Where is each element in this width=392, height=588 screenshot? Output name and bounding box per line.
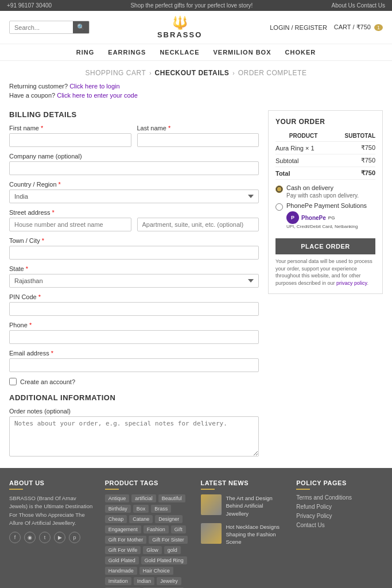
street-input-2[interactable] [137,218,259,231]
product-tag[interactable]: Box [133,505,149,513]
product-tag[interactable]: Antique [105,494,130,502]
news-thumb-1 [201,494,222,515]
news-text-2: Hot Necklace Designs Shaping the Fashion… [226,523,288,546]
state-select[interactable]: Rajasthan [9,274,259,288]
search-input[interactable] [10,22,73,33]
cod-sub: Pay with cash upon delivery. [286,192,359,199]
street-input-1[interactable] [9,218,131,231]
pinterest-icon[interactable]: p [69,532,80,543]
product-tag[interactable]: artificial [131,494,156,502]
cod-option: Cash on delivery Pay with cash upon deli… [275,184,375,199]
news-link-2[interactable]: Hot Necklace Designs Shaping the Fashion… [226,524,280,546]
youtube-icon[interactable]: ▶ [54,532,65,543]
main-nav: RING EARRINGS NECKLACE VERMILION BOX CHO… [0,44,392,61]
product-tag[interactable]: Gift For Wife [105,546,141,554]
product-tag[interactable]: Beautiful [158,494,185,502]
order-notes-group: Order notes (optional) [9,408,259,457]
order-summary: YOUR ORDER PRODUCT SUBTOTAL Aura Ring × … [268,110,383,457]
breadcrumb-step-complete[interactable]: ORDER COMPLETE [238,69,307,77]
nav-ring[interactable]: RING [76,49,95,56]
country-select[interactable]: India [9,189,259,203]
about-title: ABOUT US [9,479,96,490]
phone-label: Phone * [9,322,259,328]
nav-necklace[interactable]: NECKLACE [160,49,199,56]
first-name-group: First name * [9,125,131,147]
product-tag[interactable]: Catane [129,515,153,523]
product-tag[interactable]: Gift For Sister [149,536,188,544]
order-notes-textarea[interactable] [9,416,259,457]
pin-group: PIN Code * [9,293,259,316]
logo: 🔱 SBRASSO [157,16,202,39]
cod-label: Cash on delivery [286,184,359,191]
policy-link[interactable]: Terms and Conditions [296,494,383,501]
product-tag[interactable]: Gold Plated [105,556,139,564]
phonepe-option: PhonePe Payment Solutions P PhonePe PG U… [275,202,375,229]
nav-choker[interactable]: CHOKER [285,49,316,56]
about-text: SBRASSO (Brand Of Arnav Jewels) is the U… [9,494,96,527]
footer-about-col: ABOUT US SBRASSO (Brand Of Arnav Jewels)… [9,479,96,588]
product-tag[interactable]: gold [164,546,181,554]
product-tag[interactable]: Gift For Mother [105,536,147,544]
order-item-row: Aura Ring × 1 ₹750 [275,142,375,154]
about-us-link[interactable]: About Us [332,2,355,9]
cod-radio[interactable] [275,185,283,193]
breadcrumb-step-cart[interactable]: SHOPPING CART [86,69,146,77]
email-group: Email address * [9,350,259,372]
pin-input[interactable] [9,302,259,316]
product-tag[interactable]: Gold Plated Ring [141,556,187,564]
subtotal-value: ₹750 [331,154,375,167]
policy-link[interactable]: Refund Policy [296,504,383,510]
privacy-link[interactable]: privacy policy [336,280,367,286]
place-order-button[interactable]: PLACE ORDER [275,238,375,254]
policy-link[interactable]: Privacy Policy [296,513,383,519]
facebook-icon[interactable]: f [9,532,21,543]
last-name-input[interactable] [137,133,259,147]
product-tag[interactable]: Designer [155,515,183,523]
town-input[interactable] [9,246,259,260]
create-account-checkbox[interactable] [9,378,17,385]
product-tag[interactable]: Fashion [143,525,169,533]
product-tag[interactable]: Brass [151,505,171,513]
cart-link[interactable]: CART / ₹750 1 [334,24,383,31]
twitter-icon[interactable]: t [39,532,51,543]
col-subtotal: SUBTOTAL [331,130,375,142]
login-link[interactable]: Click here to login [69,83,119,90]
phone-input[interactable] [9,330,259,344]
last-name-group: Last name * [137,125,259,147]
total-value: ₹750 [331,167,375,180]
instagram-icon[interactable]: ◉ [24,532,36,543]
nav-earrings[interactable]: EARRINGS [108,49,146,56]
product-tag[interactable]: Gift [171,525,186,533]
tag-cloud: AntiqueartificialBeautifulBirthdayBoxBra… [105,494,192,588]
product-tag[interactable]: Imitation [105,577,131,585]
col-product: PRODUCT [275,130,331,142]
product-tag[interactable]: Hair Choice [139,567,173,575]
contact-us-link[interactable]: Contact Us [357,2,385,9]
nav-vermilion-box[interactable]: VERMILION BOX [214,49,271,56]
policy-title: POLICY PAGES [296,479,383,490]
phonepe-brand: PhonePe [301,215,326,221]
coupon-link[interactable]: Click here to enter your code [57,92,138,99]
policy-link[interactable]: Contact Us [296,522,383,528]
breadcrumb-step-checkout: CHECKOUT DETAILS [155,69,230,77]
login-register-link[interactable]: LOGIN / REGISTER [270,24,327,31]
product-tag[interactable]: Indian [134,577,155,585]
product-tag[interactable]: Engagement [105,525,141,533]
email-input[interactable] [9,358,259,372]
product-tag[interactable]: Cheap [105,515,127,523]
company-input[interactable] [9,161,259,175]
product-tag[interactable]: Glow [143,546,162,554]
returning-customer-msg: Returning customer? Click here to login [9,83,383,90]
news-link-1[interactable]: The Art and Design Behind Artificial Jew… [226,495,273,517]
top-bar-phone: +91 96107 30400 [7,2,52,9]
phonepe-radio[interactable] [275,203,283,211]
product-tag[interactable]: Handmade [105,567,137,575]
product-tag[interactable]: Birthday [105,505,131,513]
search-button[interactable]: 🔍 [73,21,89,33]
create-account-label: Create an account? [20,378,75,385]
news-thumb-2 [201,523,222,544]
product-tag[interactable]: Jewelry [157,577,181,585]
first-name-input[interactable] [9,133,131,147]
news-title: LATEST NEWS [201,479,288,490]
country-group: Country / Region * India [9,181,259,203]
